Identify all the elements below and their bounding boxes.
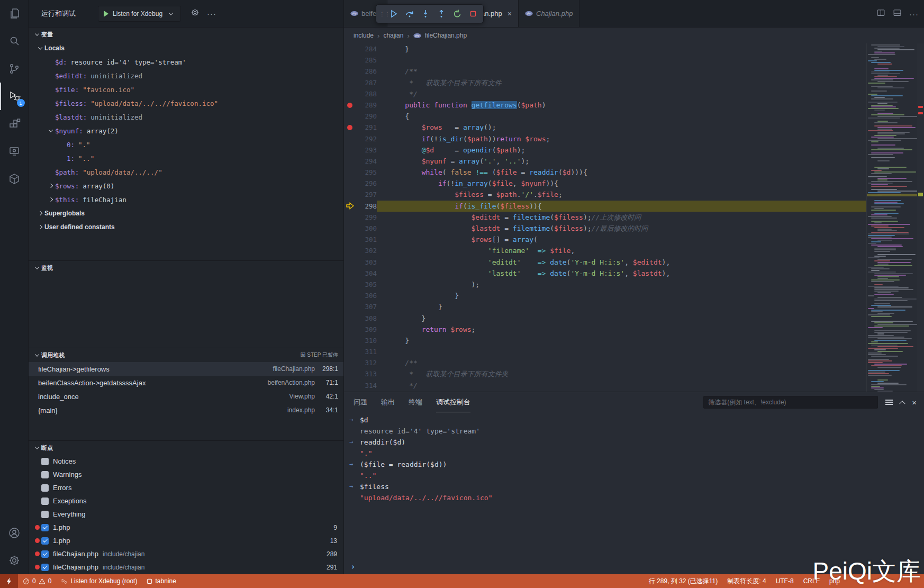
code-line[interactable]: 303 'editdt' => date('Y-m-d H:i:s', $edi… [344, 257, 866, 268]
callstack-frame[interactable]: beifenClassAction->getdatssssAjaxbeifenA… [29, 376, 343, 390]
line-number[interactable]: 305 [356, 279, 377, 290]
sidebar-more-actions-icon[interactable]: ··· [207, 9, 216, 18]
variable-row[interactable]: $path:"upload/data/../../" [29, 165, 343, 179]
breakpoint-row[interactable]: fileChajian.phpinclude/chajian289 [29, 547, 343, 560]
code-line[interactable]: 300 $lastdt = filemtime($filess);//最后修改的… [344, 223, 866, 234]
step-out-button[interactable] [434, 7, 448, 21]
drag-handle[interactable]: ⋮⋮ [379, 12, 385, 16]
line-number[interactable]: 307 [356, 301, 377, 312]
tab-problems[interactable]: 问题 [354, 392, 367, 412]
explorer-icon[interactable] [0, 0, 29, 28]
debug-settings-gear-icon[interactable] [191, 8, 200, 19]
code-line[interactable]: 309 return $rows; [344, 324, 866, 335]
breakpoint-checkbox[interactable] [41, 550, 49, 558]
line-number[interactable]: 312 [356, 357, 377, 368]
code-line[interactable]: 314 */ [344, 380, 866, 391]
remote-indicator[interactable] [0, 574, 18, 588]
breakpoint-checkbox[interactable] [41, 537, 49, 545]
breakpoint-checkbox[interactable] [41, 497, 49, 505]
variable-row[interactable]: $nyunf:array(2) [29, 124, 343, 138]
callstack-frame[interactable]: fileChajian->getfilerowsfileChajian.php2… [29, 362, 343, 376]
code-line[interactable]: 301 $rows[] = array( [344, 234, 866, 245]
line-number[interactable]: 306 [356, 290, 377, 301]
variable-row[interactable]: $rows:array(0) [29, 179, 343, 193]
code-line[interactable]: 295 while( false !== ($file = readdir($d… [344, 167, 866, 178]
breakpoint-row[interactable]: 1.php13 [29, 534, 343, 547]
stop-button[interactable] [466, 7, 480, 21]
tab-terminal[interactable]: 终端 [409, 392, 422, 412]
line-number[interactable]: 304 [356, 268, 377, 279]
breakpoint-glyph[interactable] [344, 122, 356, 133]
breakpoint-glyph[interactable] [344, 99, 356, 111]
settings-gear-icon[interactable] [0, 547, 29, 574]
line-number[interactable]: 288 [356, 88, 377, 99]
callstack-frame[interactable]: include_onceView.php42:1 [29, 390, 343, 403]
watch-section-header[interactable]: 监视 [29, 261, 343, 275]
line-number[interactable]: 286 [356, 66, 377, 77]
line-number[interactable]: 285 [356, 55, 377, 66]
tab-chajian[interactable]: php Chajian.php [519, 0, 579, 27]
code-line[interactable]: 284 } [344, 43, 866, 55]
code-line[interactable]: 310 } [344, 335, 866, 346]
line-number[interactable]: 287 [356, 77, 377, 88]
code-line[interactable]: 306 } [344, 290, 866, 301]
scrollbar-slider[interactable] [918, 75, 923, 83]
callstack-frame[interactable]: {main}index.php34:1 [29, 403, 343, 417]
variable-row[interactable]: $this:fileChajian [29, 193, 343, 206]
layout-panel-icon[interactable] [893, 8, 902, 20]
code-line[interactable]: 308 } [344, 313, 866, 324]
breakpoint-checkbox[interactable] [41, 484, 49, 492]
code-line[interactable]: 299 $editdt = filectime($filess);//上次修改时… [344, 212, 866, 223]
remote-explorer-icon[interactable] [0, 138, 29, 165]
close-panel-icon[interactable]: × [912, 398, 917, 407]
line-number[interactable]: 311 [356, 346, 377, 357]
extensions-icon[interactable] [0, 110, 29, 138]
tab-output[interactable]: 输出 [381, 392, 395, 412]
account-icon[interactable] [0, 519, 29, 547]
start-debug-icon[interactable] [104, 11, 108, 17]
tab-debug-console[interactable]: 调试控制台 [436, 392, 470, 412]
line-number[interactable]: 299 [356, 212, 377, 223]
breakpoint-checkbox[interactable] [41, 564, 49, 571]
split-editor-icon[interactable] [876, 8, 885, 20]
breakpoint-row[interactable]: Warnings [29, 468, 343, 481]
line-number[interactable]: 300 [356, 223, 377, 234]
variable-row[interactable]: $editdt:uninitialized [29, 69, 343, 83]
code-editor[interactable]: 284 }285286 /**287 * 获取某个目录下所有文件288 */28… [344, 43, 924, 392]
breakpoint-row[interactable]: 1.php9 [29, 521, 343, 534]
code-line[interactable]: 285 [344, 55, 866, 66]
line-number[interactable]: 295 [356, 167, 377, 178]
line-number[interactable]: 296 [356, 178, 377, 189]
breadcrumb-item[interactable]: fileChajian.php [425, 32, 467, 39]
breadcrumb[interactable]: include › chajian › php fileChajian.php [344, 28, 924, 43]
breakpoint-checkbox[interactable] [41, 471, 49, 478]
breakpoint-checkbox[interactable] [41, 511, 49, 518]
debug-config-dropdown[interactable]: Listen for Xdebug [98, 6, 181, 22]
code-line[interactable]: 290 { [344, 111, 866, 122]
code-line[interactable]: 302 'filename' => $file, [344, 245, 866, 256]
code-line[interactable]: 289 public function getfilerows($path) [344, 99, 866, 111]
line-number[interactable]: 301 [356, 234, 377, 245]
breakpoints-section-header[interactable]: 断点 [29, 441, 343, 455]
line-number[interactable]: 313 [356, 368, 377, 379]
breakpoint-row[interactable]: Exceptions [29, 494, 343, 508]
breakpoint-checkbox[interactable] [41, 524, 49, 531]
variable-row[interactable]: User defined constants [29, 220, 343, 234]
breadcrumb-item[interactable]: chajian [383, 32, 403, 39]
restart-button[interactable] [450, 7, 464, 21]
source-control-icon[interactable] [0, 55, 29, 83]
step-into-button[interactable] [419, 7, 432, 21]
continue-button[interactable] [387, 7, 401, 21]
code-line[interactable]: 288 */ [344, 88, 866, 99]
debug-console-output[interactable]: →$dresource id='4' type='stream'→readdir… [344, 412, 924, 558]
variable-row[interactable]: $file:"favicon.ico" [29, 83, 343, 96]
code-line[interactable]: 304 'lastdt' => date('Y-m-d H:i:s', $las… [344, 268, 866, 279]
filter-lines-icon[interactable] [885, 400, 893, 405]
cursor-position[interactable]: 行 289, 列 32 (已选择11) [644, 574, 723, 588]
run-debug-icon[interactable]: 1 [0, 83, 29, 110]
line-number[interactable]: 289 [356, 99, 377, 111]
minimap[interactable] [866, 43, 917, 392]
code-line[interactable]: 286 /** [344, 66, 866, 77]
line-number[interactable]: 284 [356, 43, 377, 55]
editor-scrollbar[interactable] [917, 43, 924, 392]
